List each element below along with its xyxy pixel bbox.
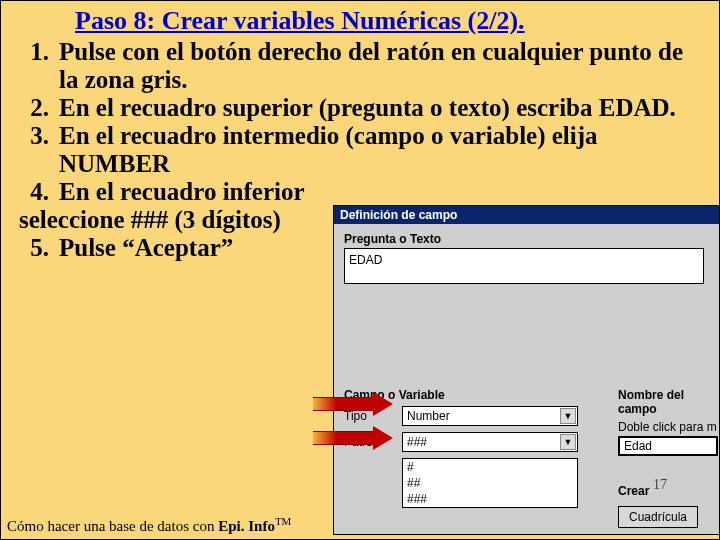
question-input[interactable]: EDAD xyxy=(344,248,704,284)
step-number-4: 4. xyxy=(19,178,59,206)
footer-prefix: Cómo hacer una base de datos con xyxy=(7,518,218,534)
step-number-5: 5. xyxy=(19,234,59,262)
type-value: Number xyxy=(407,409,450,423)
chevron-down-icon[interactable]: ▼ xyxy=(560,434,576,450)
fieldname-value: Edad xyxy=(624,439,652,453)
pattern-dropdown[interactable]: ### ▼ xyxy=(402,432,578,452)
page-number: 17 xyxy=(653,477,667,493)
footer-tm: TM xyxy=(275,515,292,527)
fieldname-label: Nombre del campo xyxy=(618,388,720,416)
pattern-listbox[interactable]: # ## ### xyxy=(402,458,578,508)
create-label: Crear xyxy=(618,484,720,498)
grid-button[interactable]: Cuadrícula xyxy=(618,506,698,528)
step-text-1: Pulse con el botón derecho del ratón en … xyxy=(59,38,699,94)
footer-text: Cómo hacer una base de datos con Epi. In… xyxy=(7,515,291,535)
step-text-3: En el recuadro intermedio (campo o varia… xyxy=(59,122,699,178)
chevron-down-icon[interactable]: ▼ xyxy=(560,408,576,424)
arrow-to-type xyxy=(313,392,393,416)
question-label: Pregunta o Texto xyxy=(344,232,710,246)
slide-title: Paso 8: Crear variables Numéricas (2/2). xyxy=(1,1,719,38)
step-text-2: En el recuadro superior (pregunta o text… xyxy=(59,94,699,122)
list-item[interactable]: ## xyxy=(403,475,577,491)
question-value: EDAD xyxy=(349,251,699,267)
list-item[interactable]: ### xyxy=(403,491,577,507)
fieldname-hint: Doble click para m xyxy=(618,420,720,434)
type-dropdown[interactable]: Number ▼ xyxy=(402,406,578,426)
list-item[interactable]: # xyxy=(403,459,577,475)
arrow-to-pattern xyxy=(313,426,393,450)
step-number-1: 1. xyxy=(19,38,59,94)
step-number-3: 3. xyxy=(19,122,59,178)
pattern-value: ### xyxy=(407,435,427,449)
dialog-titlebar: Definición de campo xyxy=(334,206,720,224)
step-text-4a: En el recuadro inferior xyxy=(59,178,699,206)
fieldname-input[interactable]: Edad xyxy=(618,436,718,456)
step-number-2: 2. xyxy=(19,94,59,122)
footer-brand: Epi. Info xyxy=(218,518,275,534)
